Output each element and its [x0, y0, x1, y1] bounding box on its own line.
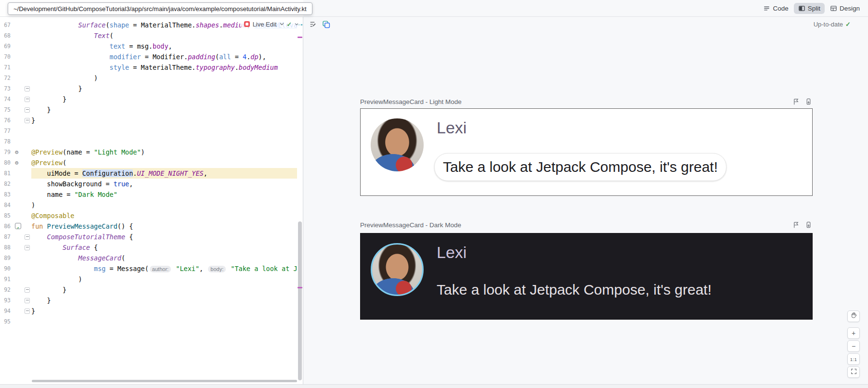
code-line[interactable]: 76} — [0, 115, 297, 126]
code-line[interactable]: 78 — [0, 136, 297, 147]
preview-settings-gear-icon[interactable] — [15, 149, 22, 155]
preview-status-label: Up-to-date — [814, 21, 843, 28]
code-text: } — [31, 94, 297, 104]
design-view-icon — [830, 5, 837, 12]
ui-check-icon[interactable] — [308, 19, 318, 29]
tab-design[interactable]: Design — [826, 3, 864, 14]
line-number: 69 — [0, 41, 11, 52]
editor-mode-tabs: Code Split Design — [759, 1, 864, 15]
preview-dark-mode[interactable]: Lexi Take a look at Jetpack Compose, it'… — [360, 233, 813, 320]
interactive-mode-icon[interactable] — [791, 220, 800, 229]
pan-button[interactable] — [847, 310, 860, 322]
code-text: name = "Dark Mode" — [31, 189, 297, 200]
code-line[interactable]: 83 name = "Dark Mode" — [0, 189, 297, 200]
gutter-cell — [11, 263, 31, 274]
code-line[interactable]: 73 } — [0, 83, 297, 94]
code-area: 67 Surface(shape = MaterialTheme.shapes.… — [0, 20, 297, 327]
tab-code[interactable]: Code — [759, 3, 792, 14]
live-edit-control[interactable]: Live Edit ✓ — [241, 18, 301, 30]
zoom-out-button[interactable]: − — [847, 340, 860, 352]
line-number: 92 — [0, 285, 11, 295]
code-line[interactable]: 86fun PreviewMessageCard() { — [0, 221, 297, 232]
gutter-cell — [11, 221, 31, 232]
gutter-cell — [11, 316, 31, 327]
code-line[interactable]: 92 } — [0, 285, 297, 295]
interactive-mode-icon[interactable] — [791, 97, 800, 106]
run-on-device-icon[interactable] — [804, 220, 813, 229]
message-body: Take a look at Jetpack Compose, it's gre… — [443, 159, 718, 175]
plus-icon: + — [852, 329, 855, 337]
line-number: 86 — [0, 221, 11, 232]
code-line[interactable]: 85@Composable — [0, 210, 297, 221]
code-line[interactable]: 95 — [0, 316, 297, 327]
line-number: 93 — [0, 295, 11, 306]
gutter-cell — [11, 136, 31, 147]
line-number: 90 — [0, 263, 11, 274]
code-text: showBackground = true, — [31, 179, 297, 189]
fold-marker[interactable] — [25, 234, 30, 240]
gutter-cell — [11, 147, 31, 157]
code-line[interactable]: 69 text = msg.body, — [0, 41, 297, 52]
tab-split[interactable]: Split — [794, 3, 825, 14]
error-stripe-mark[interactable] — [298, 37, 302, 38]
code-line[interactable]: 74 } — [0, 94, 297, 104]
one-to-one-icon: 1:1 — [850, 357, 857, 362]
code-text: Surface { — [31, 242, 297, 253]
zoom-in-button[interactable]: + — [847, 327, 860, 339]
preview-light-mode[interactable]: Lexi Take a look at Jetpack Compose, it'… — [360, 108, 813, 196]
zoom-actual-size-button[interactable]: 1:1 — [847, 353, 860, 365]
fold-marker[interactable] — [25, 287, 30, 293]
code-line[interactable]: 94} — [0, 306, 297, 316]
code-line[interactable]: 82 showBackground = true, — [0, 179, 297, 189]
code-line[interactable]: 81 uiMode = Configuration.UI_MODE_NIGHT_… — [0, 168, 297, 179]
build-refresh-icon[interactable] — [321, 19, 331, 29]
fold-marker[interactable] — [25, 86, 30, 91]
code-line[interactable]: 70 modifier = Modifier.padding(all = 4.d… — [0, 52, 297, 62]
preview-title: PreviewMessageCard - Light Mode — [360, 98, 462, 105]
code-line[interactable]: 77 — [0, 126, 297, 136]
code-text: style = MaterialTheme.typography.bodyMed… — [31, 62, 297, 73]
editor-vertical-scrollbar[interactable] — [298, 221, 302, 380]
gutter-cell — [11, 295, 31, 306]
refresh-status-check-icon[interactable]: ✓ — [287, 21, 292, 28]
code-line[interactable]: 68 Text( — [0, 30, 297, 41]
code-text: msg = Message(author: "Lexi", body: "Tak… — [31, 263, 297, 274]
code-line[interactable]: 79@Preview(name = "Light Mode") — [0, 147, 297, 157]
line-number: 67 — [0, 20, 11, 30]
split-divider[interactable] — [303, 17, 303, 385]
fold-marker[interactable] — [25, 245, 30, 250]
fold-marker[interactable] — [25, 97, 30, 102]
line-number: 68 — [0, 30, 11, 41]
run-preview-gutter-icon[interactable] — [15, 223, 21, 229]
code-line[interactable]: 87 ComposeTutorialTheme { — [0, 232, 297, 242]
gutter-cell — [11, 41, 31, 52]
fold-marker[interactable] — [25, 298, 30, 303]
line-number: 71 — [0, 62, 11, 73]
code-editor-pane[interactable]: 67 Surface(shape = MaterialTheme.shapes.… — [0, 17, 303, 385]
preview-settings-gear-icon[interactable] — [15, 159, 22, 166]
hand-icon — [850, 312, 857, 321]
fold-marker[interactable] — [25, 107, 30, 113]
split-view-icon — [798, 5, 805, 12]
code-line[interactable]: 88 Surface { — [0, 242, 297, 253]
run-on-device-icon[interactable] — [804, 97, 813, 106]
code-line[interactable]: 90 msg = Message(author: "Lexi", body: "… — [0, 263, 297, 274]
code-line[interactable]: 75 } — [0, 104, 297, 115]
code-line[interactable]: 84) — [0, 200, 297, 210]
code-line[interactable]: 93 } — [0, 295, 297, 306]
code-line[interactable]: 91 ) — [0, 274, 297, 285]
fold-marker[interactable] — [25, 118, 30, 123]
code-line[interactable]: 72 ) — [0, 73, 297, 83]
gutter-cell — [11, 157, 31, 168]
code-line[interactable]: 71 style = MaterialTheme.typography.body… — [0, 62, 297, 73]
editor-horizontal-scrollbar[interactable] — [32, 380, 297, 382]
error-stripe-mark[interactable] — [298, 287, 302, 288]
fold-marker[interactable] — [25, 309, 30, 314]
code-line[interactable]: 80@Preview( — [0, 157, 297, 168]
code-text: ) — [31, 200, 297, 210]
zoom-to-fit-button[interactable] — [847, 366, 860, 378]
code-text — [31, 126, 297, 136]
code-line[interactable]: 89 MessageCard( — [0, 253, 297, 263]
line-number: 88 — [0, 242, 11, 253]
gutter-cell — [11, 126, 31, 136]
